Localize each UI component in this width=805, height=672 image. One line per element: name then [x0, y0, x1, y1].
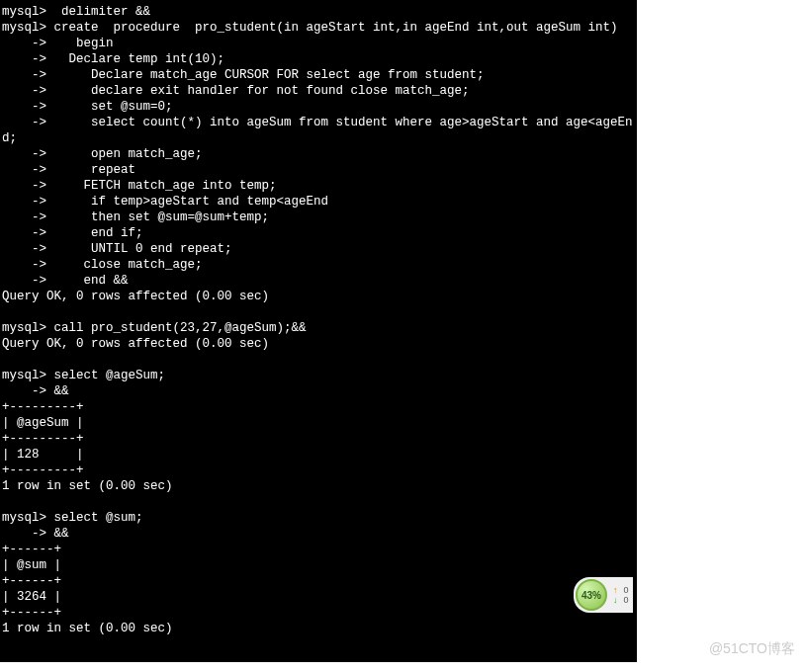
terminal-line: -> declare exit handler for not found cl… — [2, 83, 635, 99]
terminal-line: | @ageSum | — [2, 415, 635, 431]
terminal-line: -> Declare temp int(10); — [2, 51, 635, 67]
terminal-line: +------+ — [2, 542, 635, 557]
terminal-line: -> && — [2, 383, 635, 399]
terminal-line: | 128 | — [2, 447, 635, 462]
terminal-line: -> Declare match_age CURSOR FOR select a… — [2, 67, 635, 83]
terminal-line: +---------+ — [2, 431, 635, 447]
percent-circle: 43% — [576, 579, 607, 611]
terminal-line: mysql> call pro_student(23,27,@ageSum);&… — [2, 320, 635, 336]
terminal-line: -> begin — [2, 36, 635, 51]
terminal-line: -> close match_age; — [2, 257, 635, 273]
terminal-line — [2, 304, 635, 320]
terminal-line: -> then set @sum=@sum+temp; — [2, 210, 635, 225]
terminal-line: -> set @sum=0; — [2, 99, 635, 115]
terminal-line: -> repeat — [2, 162, 635, 178]
terminal-window[interactable]: mysql> delimiter &&mysql> create procedu… — [0, 0, 637, 662]
terminal-line: Query OK, 0 rows affected (0.00 sec) — [2, 336, 635, 352]
terminal-line: mysql> select @ageSum; — [2, 368, 635, 383]
terminal-line — [2, 352, 635, 368]
terminal-line — [2, 636, 635, 652]
terminal-line: 1 row in set (0.00 sec) — [2, 621, 635, 636]
terminal-line: mysql> delimiter && — [2, 4, 635, 20]
watermark-text: @51CTO博客 — [709, 640, 795, 658]
network-indicator: 43% ↑ 0 ↓ 0 — [574, 577, 633, 613]
terminal-line: -> FETCH match_age into temp; — [2, 178, 635, 194]
terminal-line: -> if temp>ageStart and temp<ageEnd — [2, 194, 635, 210]
terminal-line: | 3264 | — [2, 589, 635, 605]
terminal-line: mysql> create procedure pro_student(in a… — [2, 20, 635, 36]
terminal-line: Query OK, 0 rows affected (0.00 sec) — [2, 289, 635, 304]
terminal-line: -> select count(*) into ageSum from stud… — [2, 115, 635, 146]
upload-value: 0 — [624, 585, 629, 595]
terminal-line: +---------+ — [2, 462, 635, 478]
terminal-line: +------+ — [2, 605, 635, 621]
terminal-line: -> UNTIL 0 end repeat; — [2, 241, 635, 257]
terminal-line: -> end && — [2, 273, 635, 289]
terminal-line: -> && — [2, 526, 635, 542]
terminal-line: mysql> select @sum; — [2, 510, 635, 526]
download-value: 0 — [624, 595, 629, 605]
terminal-line: 1 row in set (0.00 sec) — [2, 478, 635, 494]
arrow-up-icon: ↑ — [613, 585, 618, 595]
terminal-line: -> end if; — [2, 225, 635, 241]
arrow-down-icon: ↓ — [613, 595, 618, 605]
terminal-line — [2, 494, 635, 510]
speed-arrows: ↑ 0 ↓ 0 — [613, 585, 629, 605]
terminal-line: +---------+ — [2, 399, 635, 415]
terminal-line: +------+ — [2, 573, 635, 589]
terminal-line: | @sum | — [2, 557, 635, 573]
terminal-line: -> open match_age; — [2, 146, 635, 162]
